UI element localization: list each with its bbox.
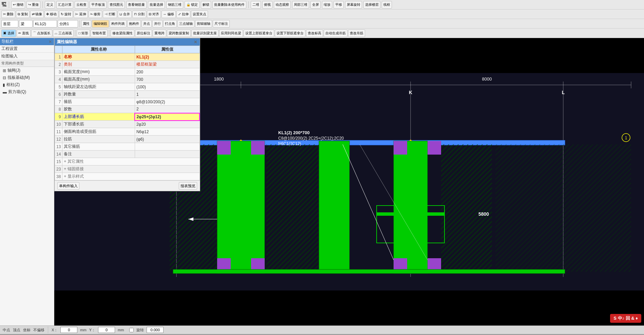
property-btn[interactable]: 属性 bbox=[81, 20, 91, 28]
grid-icon: ⊞ bbox=[3, 68, 6, 73]
type-select[interactable]: 梁 bbox=[19, 20, 33, 28]
rotate-input[interactable] bbox=[147, 327, 164, 333]
prop-row-15[interactable]: 15 + 其它属性 bbox=[55, 158, 200, 165]
tree-item-mat[interactable]: ⊟ 筏板基础(M) bbox=[0, 74, 54, 81]
rotate2-btn[interactable]: ↻ 旋转 bbox=[59, 11, 73, 18]
rotate-btn[interactable]: 屏幕旋转 bbox=[345, 1, 362, 8]
pan-btn[interactable]: 平移 bbox=[334, 1, 344, 8]
align2-btn[interactable]: ⊟ 对齐 bbox=[147, 11, 161, 18]
rotate-check[interactable] bbox=[129, 328, 134, 332]
single-input-btn[interactable]: 单构件输入 bbox=[57, 182, 79, 190]
stretch-btn[interactable]: ⤢ 拉伸 bbox=[176, 11, 190, 18]
batch-del-btn[interactable]: 批量删除未使用构件 bbox=[212, 1, 246, 8]
orig-anno-btn[interactable]: 原位标注 bbox=[135, 30, 152, 37]
beam-select[interactable]: KL1(2) bbox=[33, 20, 57, 28]
arc-len-btn[interactable]: ⌒ 点加弧长 bbox=[31, 30, 53, 37]
copy-btn[interactable]: ⧉ 复制 bbox=[16, 11, 30, 18]
extend-btn[interactable]: ⊢ 延伸 bbox=[74, 11, 88, 18]
fullscreen-btn[interactable]: 全屏 bbox=[310, 1, 321, 8]
parallel-btn[interactable]: 并行 bbox=[152, 20, 163, 28]
change-hanger-btn[interactable]: 查改吊筋 bbox=[348, 30, 365, 37]
dim-btn[interactable]: 尺寸标注 bbox=[213, 20, 230, 28]
tree-item-col[interactable]: ▮ 框柱(Z) bbox=[0, 81, 54, 88]
nav-close-icon[interactable]: ✕ bbox=[48, 39, 53, 44]
props-title: 属性编辑器 bbox=[57, 39, 77, 45]
cloud-check-btn[interactable]: 云检查 bbox=[75, 1, 88, 8]
trim-btn[interactable]: ✁ 修剪 bbox=[89, 11, 102, 18]
smart-layout-btn[interactable]: 智能布置 bbox=[91, 30, 108, 37]
merge-pt-btn[interactable]: 并点 bbox=[141, 20, 152, 28]
report-preview-btn[interactable]: 报表预览 bbox=[179, 182, 197, 190]
calc-btn[interactable]: 汇总计算 bbox=[56, 1, 73, 8]
merge-btn[interactable]: ⊔ 合并 bbox=[118, 11, 132, 18]
select-floor-btn[interactable]: 选择楼层 bbox=[363, 1, 380, 8]
split-btn[interactable]: ⊓ 分割 bbox=[132, 11, 146, 18]
x-input[interactable] bbox=[60, 327, 77, 333]
prop-row-12: 12 拉筋 (φ6) bbox=[55, 136, 200, 143]
tree-item-wall[interactable]: ▬ 剪力墙(Q) bbox=[0, 88, 54, 95]
prop-row-9[interactable]: 9 上部通长筋 2φ25+(2φ12) bbox=[55, 113, 200, 121]
clip-axis-btn[interactable]: 剪辑辅轴 bbox=[195, 20, 212, 28]
layer-select[interactable]: 首层 bbox=[1, 20, 18, 28]
prop-row-5: 5 轴线距梁左边线距 (100) bbox=[55, 83, 200, 91]
select2-btn[interactable]: ▣ 选择 bbox=[1, 30, 16, 37]
svg-rect-28 bbox=[394, 141, 428, 274]
coord-label: 坐标 bbox=[23, 328, 31, 333]
tree-item-axis[interactable]: ⊞ 轴网(J) bbox=[0, 67, 54, 74]
define-btn[interactable]: 定义 bbox=[45, 1, 55, 8]
batch-select-btn[interactable]: 批量选择 bbox=[148, 1, 165, 8]
span-select[interactable]: 分跨1 bbox=[58, 20, 78, 28]
mirror-btn[interactable]: ⇌ 镜像 bbox=[30, 11, 44, 18]
prop-row-11: 11 侧面构造或受扭筋 N6φ12 bbox=[55, 128, 200, 136]
find-elem-btn[interactable]: 查找图元 bbox=[108, 1, 125, 8]
redo-btn[interactable]: ↪ 重做 bbox=[26, 1, 40, 8]
project-settings[interactable]: 工程设置 bbox=[0, 45, 54, 53]
comp-list-btn[interactable]: 构件列表 bbox=[110, 20, 127, 28]
prop-row-38[interactable]: 38 + 显示样式 bbox=[55, 173, 200, 180]
align-floor-btn[interactable]: 平齐板顶 bbox=[90, 1, 107, 8]
prop-row-7: 7 箍筋 φ8@100/200(2) bbox=[55, 98, 200, 106]
edit-steel-btn[interactable]: 编辑钢筋 bbox=[92, 20, 109, 28]
2d-btn[interactable]: 二维 bbox=[251, 1, 261, 8]
copy-span-btn[interactable]: 梁跨数据复制 bbox=[167, 30, 191, 37]
unlock-btn[interactable]: 解锁 bbox=[201, 1, 211, 8]
undo-btn[interactable]: ↩ 撤销 bbox=[11, 1, 25, 8]
mod-seg-btn[interactable]: 修改梁段属性 bbox=[111, 30, 134, 37]
lock-btn[interactable]: 🔒 锁定 bbox=[185, 1, 200, 8]
top-view-btn[interactable]: 俯视 bbox=[262, 1, 272, 8]
3pt-axis-btn[interactable]: 三点辅轴 bbox=[177, 20, 194, 28]
batch-id-btn[interactable]: 批量识别梁支座 bbox=[191, 30, 219, 37]
hold-comp-btn[interactable]: 抱构件 bbox=[127, 20, 141, 28]
zoom-btn[interactable]: 缩放 bbox=[322, 1, 332, 8]
local-3d-btn[interactable]: 局部三维 bbox=[292, 1, 309, 8]
set-grip-btn[interactable]: 设置夹点 bbox=[191, 11, 208, 18]
prop-row-4: 4 截面高度(mm) 700 bbox=[55, 76, 200, 83]
view-steel-btn[interactable]: 查看钢筋量 bbox=[126, 1, 147, 8]
offset-btn[interactable]: ↔ 偏移 bbox=[162, 11, 176, 18]
rect-btn[interactable]: □ 矩形 bbox=[77, 30, 90, 37]
props-close-icon[interactable]: ✕ bbox=[193, 40, 198, 45]
line-btn[interactable]: ✏ 直线 bbox=[17, 30, 31, 37]
dynamic-obs-btn[interactable]: 动态观察 bbox=[274, 1, 291, 8]
delete-btn[interactable]: ✂ 删除 bbox=[1, 11, 15, 18]
y-input[interactable] bbox=[98, 327, 115, 333]
auto-hanger-btn[interactable]: 自动生成吊筋 bbox=[324, 30, 347, 37]
move-btn[interactable]: ✥ 移动 bbox=[44, 11, 58, 18]
svg-rect-41 bbox=[495, 144, 631, 272]
break-btn[interactable]: ⊣ 打断 bbox=[103, 11, 117, 18]
toolbar-row1: 🏗 ↩ 撤销 ↪ 重做 定义 汇总计算 云检查 平齐板顶 查找图元 查看钢筋量 … bbox=[0, 0, 644, 10]
angle-btn[interactable]: 打点角 bbox=[163, 20, 177, 28]
set-bot-btn[interactable]: 设置下部筋遮拿台 bbox=[275, 30, 305, 37]
3pt-arc-btn[interactable]: ⌓ 三点画弧 bbox=[53, 30, 74, 37]
change-elev-btn[interactable]: 查改标高 bbox=[306, 30, 323, 37]
drawing-input[interactable]: 绘图输入 bbox=[0, 53, 54, 60]
wireframe-btn[interactable]: 线框 bbox=[382, 1, 392, 8]
coord-bar: 中点 顶点 坐标 不偏移 X： mm Y： mm 旋转 bbox=[0, 325, 644, 334]
set-top-btn[interactable]: 设置上部筋遮拿台 bbox=[244, 30, 274, 37]
apply-same-btn[interactable]: 应用到同名梁 bbox=[219, 30, 243, 37]
mm-label1: mm bbox=[80, 328, 86, 332]
steel-3d-btn[interactable]: 钢筋三维 bbox=[166, 1, 183, 8]
prop-row-23[interactable]: 23 + 锚固搭接 bbox=[55, 165, 200, 173]
watermark: S 中♪ 回 & ♦ bbox=[610, 314, 641, 323]
re-sort-btn[interactable]: 重堆跨 bbox=[153, 30, 166, 37]
